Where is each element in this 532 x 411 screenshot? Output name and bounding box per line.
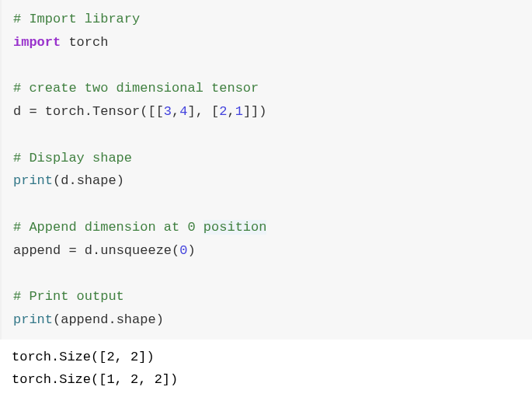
paren: ( xyxy=(53,173,61,188)
paren: ( xyxy=(53,312,61,327)
code-line: # Print output xyxy=(13,285,520,308)
module-name: torch xyxy=(61,35,108,50)
paren: ]]) xyxy=(243,104,267,119)
paren: ([[ xyxy=(140,104,164,119)
comment: # Import library xyxy=(13,12,140,26)
module-ref: torch xyxy=(37,104,85,119)
method-name: unsqueeze xyxy=(100,243,172,258)
number: 1 xyxy=(235,104,243,119)
code-block: # Import library import torch # create t… xyxy=(0,0,532,340)
variable: d xyxy=(13,104,29,119)
operator: = xyxy=(68,243,76,258)
output-block: torch.Size([2, 2]) torch.Size([1, 2, 2]) xyxy=(0,340,532,392)
dot: . xyxy=(68,173,76,188)
code-line: print(d.shape) xyxy=(13,169,520,193)
attribute: shape xyxy=(77,173,116,188)
variable: d xyxy=(77,243,92,258)
comment: # create two dimensional tensor xyxy=(13,81,259,96)
comment: # Display shape xyxy=(13,151,132,165)
code-line: # create two dimensional tensor xyxy=(13,77,520,100)
number: 3 xyxy=(164,104,172,119)
blank-line xyxy=(13,54,520,78)
blank-line xyxy=(13,124,520,147)
code-line: print(append.shape) xyxy=(13,308,520,332)
keyword-import: import xyxy=(13,35,61,50)
comment: # Append dimension at 0 xyxy=(13,220,203,235)
variable: append xyxy=(61,312,108,327)
dot: . xyxy=(108,312,116,327)
builtin-print: print xyxy=(13,173,53,188)
number: 2 xyxy=(219,104,227,119)
code-line: append = d.unsqueeze(0) xyxy=(13,239,520,263)
blank-line xyxy=(13,262,520,285)
number: 0 xyxy=(179,243,187,258)
code-line: # Append dimension at 0 position xyxy=(13,216,520,239)
variable: append xyxy=(13,243,68,258)
comma: , xyxy=(172,104,179,119)
output-line: torch.Size([2, 2]) xyxy=(12,346,520,369)
paren: ], [ xyxy=(187,104,219,119)
attribute: shape xyxy=(116,312,156,327)
operator: = xyxy=(29,104,37,119)
class-name: Tensor xyxy=(92,104,140,119)
output-line: torch.Size([1, 2, 2]) xyxy=(12,368,520,392)
paren: ( xyxy=(172,243,179,258)
comment: # Print output xyxy=(13,289,124,304)
comma: , xyxy=(227,104,235,119)
number: 4 xyxy=(179,104,187,119)
blank-line xyxy=(13,193,520,216)
variable: d xyxy=(61,173,68,188)
code-line: # Display shape xyxy=(13,147,520,170)
paren: ) xyxy=(187,243,195,258)
comment-highlight: position xyxy=(203,220,267,235)
paren: ) xyxy=(156,312,164,327)
builtin-print: print xyxy=(13,312,53,327)
code-line: # Import library xyxy=(13,8,520,31)
code-line: d = torch.Tensor([[3,4], [2,1]]) xyxy=(13,100,520,124)
dot: . xyxy=(92,243,100,258)
paren: ) xyxy=(116,173,124,188)
dot: . xyxy=(85,104,92,119)
code-line: import torch xyxy=(13,31,520,54)
